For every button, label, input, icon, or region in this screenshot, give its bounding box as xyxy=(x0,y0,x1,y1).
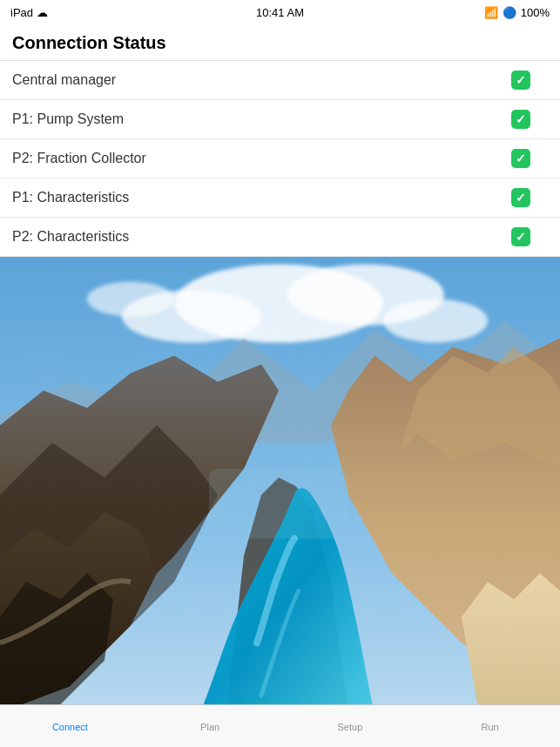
list-item: P1: Pump System xyxy=(0,100,560,139)
status-list: Central manager P1: Pump System P2: Frac… xyxy=(0,61,560,257)
tab-setup-label: Setup xyxy=(338,722,363,732)
tab-bar: Connect Plan Setup Run xyxy=(0,704,560,747)
svg-point-5 xyxy=(87,282,174,317)
list-item: P2: Characteristics xyxy=(0,218,560,257)
battery-icon: 100% xyxy=(521,6,550,19)
status-item-label: P2: Characteristics xyxy=(12,229,129,245)
main-content: Connection Status Central manager P1: Pu… xyxy=(0,24,560,704)
checkmark-connected xyxy=(511,71,530,90)
tab-plan[interactable]: Plan xyxy=(140,705,280,747)
landscape-image xyxy=(0,257,560,704)
signal-icon: 📶 xyxy=(484,6,498,19)
page-title-section: Connection Status xyxy=(0,24,560,61)
page-title: Connection Status xyxy=(12,33,548,53)
tab-connect-label: Connect xyxy=(52,722,88,732)
status-bar-right: 📶 🔵 100% xyxy=(484,6,550,19)
status-item-label: P2: Fraction Collector xyxy=(12,151,146,166)
list-item: P1: Characteristics xyxy=(0,178,560,218)
status-bar: iPad ☁ 10:41 AM 📶 🔵 100% xyxy=(0,0,560,24)
tab-setup[interactable]: Setup xyxy=(280,705,421,747)
tab-connect[interactable]: Connect xyxy=(0,705,140,747)
bluetooth-icon: 🔵 xyxy=(503,6,516,19)
checkmark-connected xyxy=(511,149,530,168)
list-item: P2: Fraction Collector xyxy=(0,139,560,178)
list-item: Central manager xyxy=(0,61,560,100)
checkmark-connected xyxy=(511,227,530,246)
svg-rect-15 xyxy=(209,469,348,539)
tab-run-label: Run xyxy=(482,722,499,732)
status-item-label: P1: Pump System xyxy=(12,111,124,127)
status-item-label: P1: Characteristics xyxy=(12,190,129,205)
svg-point-4 xyxy=(383,299,488,343)
status-bar-time: 10:41 AM xyxy=(256,6,304,19)
status-bar-carrier: iPad ☁ xyxy=(10,6,48,19)
checkmark-connected xyxy=(511,110,530,129)
checkmark-connected xyxy=(511,188,530,207)
status-item-label: Central manager xyxy=(12,72,116,88)
tab-run[interactable]: Run xyxy=(420,705,560,747)
tab-plan-label: Plan xyxy=(200,722,219,732)
